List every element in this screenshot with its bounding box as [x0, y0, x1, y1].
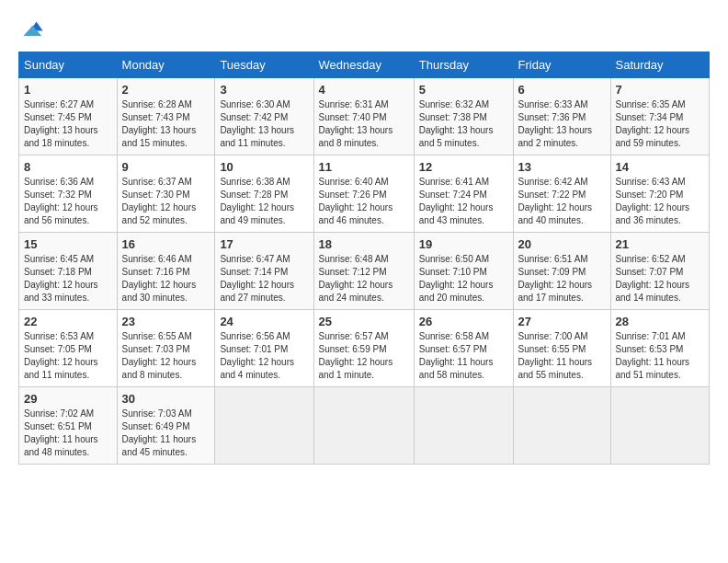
calendar-table: SundayMondayTuesdayWednesdayThursdayFrid…	[18, 52, 710, 465]
calendar-cell	[610, 387, 710, 465]
day-number: 6	[518, 83, 606, 97]
day-number: 21	[616, 237, 705, 251]
week-row-3: 22 Sunrise: 6:53 AM Sunset: 7:05 PM Dayl…	[19, 310, 710, 387]
calendar-cell	[513, 387, 610, 465]
calendar-cell: 5 Sunrise: 6:32 AM Sunset: 7:38 PM Dayli…	[414, 78, 513, 155]
day-info: Sunrise: 6:40 AM Sunset: 7:26 PM Dayligh…	[319, 176, 409, 227]
day-info: Sunrise: 6:56 AM Sunset: 7:01 PM Dayligh…	[220, 330, 308, 382]
header-cell-friday: Friday	[513, 52, 610, 78]
logo-icon	[18, 17, 44, 42]
calendar-cell: 23 Sunrise: 6:55 AM Sunset: 7:03 PM Dayl…	[117, 310, 215, 387]
day-number: 15	[24, 237, 112, 251]
day-info: Sunrise: 7:01 AM Sunset: 6:53 PM Dayligh…	[616, 330, 705, 382]
day-number: 22	[24, 315, 112, 328]
day-info: Sunrise: 6:57 AM Sunset: 6:59 PM Dayligh…	[319, 330, 409, 382]
header-row: SundayMondayTuesdayWednesdayThursdayFrid…	[19, 52, 710, 78]
day-info: Sunrise: 6:48 AM Sunset: 7:12 PM Dayligh…	[319, 253, 409, 304]
calendar-cell: 24 Sunrise: 6:56 AM Sunset: 7:01 PM Dayl…	[215, 310, 313, 387]
day-number: 16	[122, 237, 210, 251]
day-info: Sunrise: 6:35 AM Sunset: 7:34 PM Dayligh…	[616, 98, 705, 150]
calendar-cell	[414, 387, 513, 465]
day-info: Sunrise: 6:47 AM Sunset: 7:14 PM Dayligh…	[220, 253, 308, 304]
day-number: 27	[518, 315, 606, 328]
day-number: 17	[220, 237, 308, 251]
calendar-cell: 29 Sunrise: 7:02 AM Sunset: 6:51 PM Dayl…	[19, 387, 118, 465]
calendar-cell: 26 Sunrise: 6:58 AM Sunset: 6:57 PM Dayl…	[414, 310, 513, 387]
day-number: 12	[419, 160, 508, 174]
week-row-2: 15 Sunrise: 6:45 AM Sunset: 7:18 PM Dayl…	[19, 233, 710, 310]
day-info: Sunrise: 6:37 AM Sunset: 7:30 PM Dayligh…	[122, 176, 210, 227]
day-number: 28	[616, 315, 705, 328]
day-number: 24	[220, 315, 308, 328]
calendar-cell: 12 Sunrise: 6:41 AM Sunset: 7:24 PM Dayl…	[414, 155, 513, 233]
calendar-cell: 14 Sunrise: 6:43 AM Sunset: 7:20 PM Dayl…	[610, 155, 710, 233]
calendar-cell: 10 Sunrise: 6:38 AM Sunset: 7:28 PM Dayl…	[215, 155, 313, 233]
day-info: Sunrise: 6:52 AM Sunset: 7:07 PM Dayligh…	[616, 253, 705, 304]
day-number: 14	[616, 160, 705, 174]
calendar-cell: 7 Sunrise: 6:35 AM Sunset: 7:34 PM Dayli…	[610, 78, 710, 155]
day-info: Sunrise: 6:33 AM Sunset: 7:36 PM Dayligh…	[518, 98, 606, 150]
calendar-cell: 17 Sunrise: 6:47 AM Sunset: 7:14 PM Dayl…	[215, 233, 313, 310]
day-info: Sunrise: 6:28 AM Sunset: 7:43 PM Dayligh…	[122, 98, 210, 150]
day-number: 25	[319, 315, 409, 328]
calendar-cell: 27 Sunrise: 7:00 AM Sunset: 6:55 PM Dayl…	[513, 310, 610, 387]
header	[18, 17, 710, 42]
day-number: 30	[122, 392, 210, 406]
day-info: Sunrise: 7:02 AM Sunset: 6:51 PM Dayligh…	[24, 408, 112, 459]
calendar-cell: 22 Sunrise: 6:53 AM Sunset: 7:05 PM Dayl…	[19, 310, 118, 387]
day-number: 2	[122, 83, 210, 97]
calendar-cell: 28 Sunrise: 7:01 AM Sunset: 6:53 PM Dayl…	[610, 310, 710, 387]
day-info: Sunrise: 6:38 AM Sunset: 7:28 PM Dayligh…	[220, 176, 308, 227]
day-number: 7	[616, 83, 705, 97]
day-number: 13	[518, 160, 606, 174]
calendar-cell: 2 Sunrise: 6:28 AM Sunset: 7:43 PM Dayli…	[117, 78, 215, 155]
calendar-cell: 4 Sunrise: 6:31 AM Sunset: 7:40 PM Dayli…	[313, 78, 414, 155]
day-number: 4	[319, 83, 409, 97]
day-number: 5	[419, 83, 508, 97]
calendar-cell: 6 Sunrise: 6:33 AM Sunset: 7:36 PM Dayli…	[513, 78, 610, 155]
day-info: Sunrise: 6:51 AM Sunset: 7:09 PM Dayligh…	[518, 253, 606, 304]
day-info: Sunrise: 6:45 AM Sunset: 7:18 PM Dayligh…	[24, 253, 112, 304]
header-cell-tuesday: Tuesday	[215, 52, 313, 78]
calendar-cell: 30 Sunrise: 7:03 AM Sunset: 6:49 PM Dayl…	[117, 387, 215, 465]
header-cell-thursday: Thursday	[414, 52, 513, 78]
header-cell-monday: Monday	[117, 52, 215, 78]
calendar-cell: 13 Sunrise: 6:42 AM Sunset: 7:22 PM Dayl…	[513, 155, 610, 233]
day-number: 10	[220, 160, 308, 174]
day-info: Sunrise: 6:53 AM Sunset: 7:05 PM Dayligh…	[24, 330, 112, 382]
calendar-cell: 16 Sunrise: 6:46 AM Sunset: 7:16 PM Dayl…	[117, 233, 215, 310]
day-info: Sunrise: 6:43 AM Sunset: 7:20 PM Dayligh…	[616, 176, 705, 227]
day-info: Sunrise: 6:46 AM Sunset: 7:16 PM Dayligh…	[122, 253, 210, 304]
day-number: 3	[220, 83, 308, 97]
day-number: 1	[24, 83, 112, 97]
day-number: 8	[24, 160, 112, 174]
day-number: 23	[122, 315, 210, 328]
week-row-0: 1 Sunrise: 6:27 AM Sunset: 7:45 PM Dayli…	[19, 78, 710, 155]
calendar-cell: 8 Sunrise: 6:36 AM Sunset: 7:32 PM Dayli…	[19, 155, 118, 233]
day-info: Sunrise: 6:50 AM Sunset: 7:10 PM Dayligh…	[419, 253, 508, 304]
calendar-cell: 21 Sunrise: 6:52 AM Sunset: 7:07 PM Dayl…	[610, 233, 710, 310]
day-info: Sunrise: 6:36 AM Sunset: 7:32 PM Dayligh…	[24, 176, 112, 227]
calendar-cell: 3 Sunrise: 6:30 AM Sunset: 7:42 PM Dayli…	[215, 78, 313, 155]
day-info: Sunrise: 6:42 AM Sunset: 7:22 PM Dayligh…	[518, 176, 606, 227]
day-number: 19	[419, 237, 508, 251]
week-row-1: 8 Sunrise: 6:36 AM Sunset: 7:32 PM Dayli…	[19, 155, 710, 233]
calendar-cell: 9 Sunrise: 6:37 AM Sunset: 7:30 PM Dayli…	[117, 155, 215, 233]
day-number: 20	[518, 237, 606, 251]
calendar-cell	[215, 387, 313, 465]
calendar-cell: 19 Sunrise: 6:50 AM Sunset: 7:10 PM Dayl…	[414, 233, 513, 310]
day-info: Sunrise: 6:31 AM Sunset: 7:40 PM Dayligh…	[319, 98, 409, 150]
calendar-cell: 11 Sunrise: 6:40 AM Sunset: 7:26 PM Dayl…	[313, 155, 414, 233]
day-number: 11	[319, 160, 409, 174]
calendar-cell: 1 Sunrise: 6:27 AM Sunset: 7:45 PM Dayli…	[19, 78, 118, 155]
header-cell-wednesday: Wednesday	[313, 52, 414, 78]
day-info: Sunrise: 7:00 AM Sunset: 6:55 PM Dayligh…	[518, 330, 606, 382]
calendar-cell	[313, 387, 414, 465]
day-info: Sunrise: 6:55 AM Sunset: 7:03 PM Dayligh…	[122, 330, 210, 382]
day-info: Sunrise: 6:30 AM Sunset: 7:42 PM Dayligh…	[220, 98, 308, 150]
day-info: Sunrise: 6:32 AM Sunset: 7:38 PM Dayligh…	[419, 98, 508, 150]
calendar-cell: 15 Sunrise: 6:45 AM Sunset: 7:18 PM Dayl…	[19, 233, 118, 310]
day-number: 26	[419, 315, 508, 328]
calendar-cell: 18 Sunrise: 6:48 AM Sunset: 7:12 PM Dayl…	[313, 233, 414, 310]
day-number: 29	[24, 392, 112, 406]
